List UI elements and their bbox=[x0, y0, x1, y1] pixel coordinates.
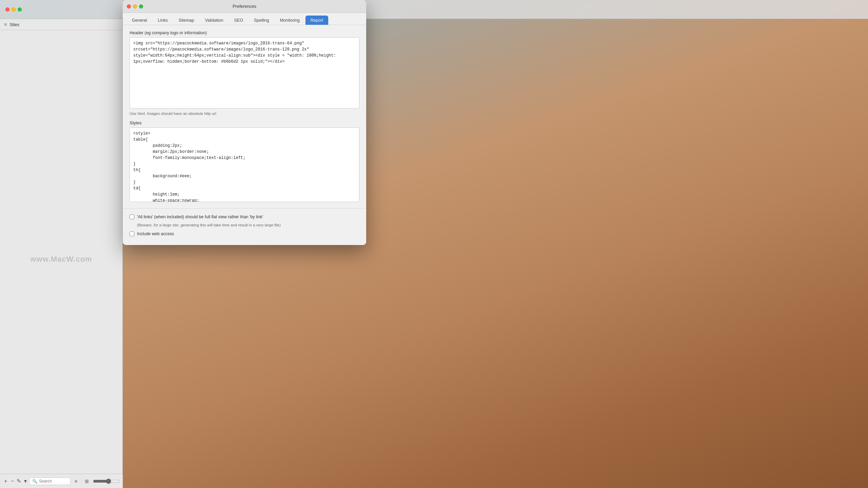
tab-report[interactable]: Report bbox=[305, 16, 329, 25]
modal-traffic-lights bbox=[127, 4, 143, 8]
all-links-checkbox-row: 'All links' (when included) should be fu… bbox=[130, 214, 359, 220]
header-section-label: Header (eg company logo or information) bbox=[130, 30, 359, 35]
preferences-window: Preferences General Links Sitemap Valida… bbox=[123, 0, 366, 245]
search-icon: 🔍 bbox=[32, 479, 37, 484]
topbar-maximize-button[interactable] bbox=[18, 7, 22, 12]
web-access-checkbox-row: Include web access bbox=[130, 231, 359, 237]
tab-validation[interactable]: Validation bbox=[200, 16, 229, 25]
modal-body: Header (eg company logo or information) … bbox=[123, 25, 366, 208]
search-box: 🔍 bbox=[29, 477, 71, 485]
sidebar-content: www.MacW.com bbox=[0, 30, 122, 488]
tab-spelling[interactable]: Spelling bbox=[249, 16, 274, 25]
sidebar-title: Sites bbox=[9, 22, 19, 27]
sidebar-header: ≡ Sites bbox=[0, 19, 122, 30]
dropdown-button[interactable]: ▾ bbox=[23, 477, 29, 485]
all-links-label: 'All links' (when included) should be fu… bbox=[137, 214, 263, 220]
search-input[interactable] bbox=[39, 479, 67, 484]
view-controls: ≡ ⊞ bbox=[71, 477, 120, 485]
styles-section-label: Styles bbox=[130, 120, 359, 125]
tab-links[interactable]: Links bbox=[153, 16, 173, 25]
tab-seo[interactable]: SEO bbox=[229, 16, 248, 25]
topbar-close-button[interactable] bbox=[5, 7, 9, 12]
tab-sitemap[interactable]: Sitemap bbox=[174, 16, 199, 25]
add-button[interactable]: + bbox=[3, 477, 9, 485]
header-section: Header (eg company logo or information) … bbox=[130, 30, 359, 116]
styles-section: Styles <style> table{ padding:2px; margi… bbox=[130, 120, 359, 203]
modal-minimize-button[interactable] bbox=[133, 4, 137, 8]
sidebar-menu-icon[interactable]: ≡ bbox=[4, 22, 7, 27]
tab-general[interactable]: General bbox=[127, 16, 152, 25]
watermark-text: www.MacW.com bbox=[30, 255, 92, 264]
bottom-toolbar: + − ✎ ▾ 🔍 ≡ ⊞ bbox=[0, 474, 123, 488]
topbar-traffic-lights bbox=[5, 7, 22, 12]
modal-maximize-button[interactable] bbox=[139, 4, 143, 8]
modal-close-button[interactable] bbox=[127, 4, 131, 8]
grid-view-button[interactable]: ⊞ bbox=[82, 477, 92, 485]
styles-textarea[interactable]: <style> table{ padding:2px; margin:2px;b… bbox=[130, 127, 359, 202]
modal-title: Preferences bbox=[233, 4, 256, 9]
tab-bar: General Links Sitemap Validation SEO Spe… bbox=[123, 13, 366, 25]
remove-button[interactable]: − bbox=[9, 477, 16, 485]
header-hint-text: Use html. Images should have an absolute… bbox=[130, 111, 359, 116]
web-access-label: Include web access bbox=[137, 231, 174, 237]
web-access-checkbox[interactable] bbox=[130, 231, 134, 236]
modal-footer: 'All links' (when included) should be fu… bbox=[123, 208, 366, 245]
all-links-note: (Beware, for a large site, generating th… bbox=[137, 223, 359, 227]
list-view-button[interactable]: ≡ bbox=[71, 477, 81, 485]
edit-button[interactable]: ✎ bbox=[16, 477, 22, 485]
sidebar-panel: ≡ Sites www.MacW.com + − ✎ ▾ 🔍 ≡ ⊞ bbox=[0, 19, 123, 488]
tab-monitoring[interactable]: Monitoring bbox=[275, 16, 304, 25]
modal-titlebar: Preferences bbox=[123, 0, 366, 13]
all-links-checkbox[interactable] bbox=[130, 215, 134, 219]
topbar-minimize-button[interactable] bbox=[12, 7, 16, 12]
zoom-slider[interactable] bbox=[93, 479, 120, 484]
header-textarea[interactable]: <img src="https://peacockmedia.software/… bbox=[130, 37, 359, 108]
